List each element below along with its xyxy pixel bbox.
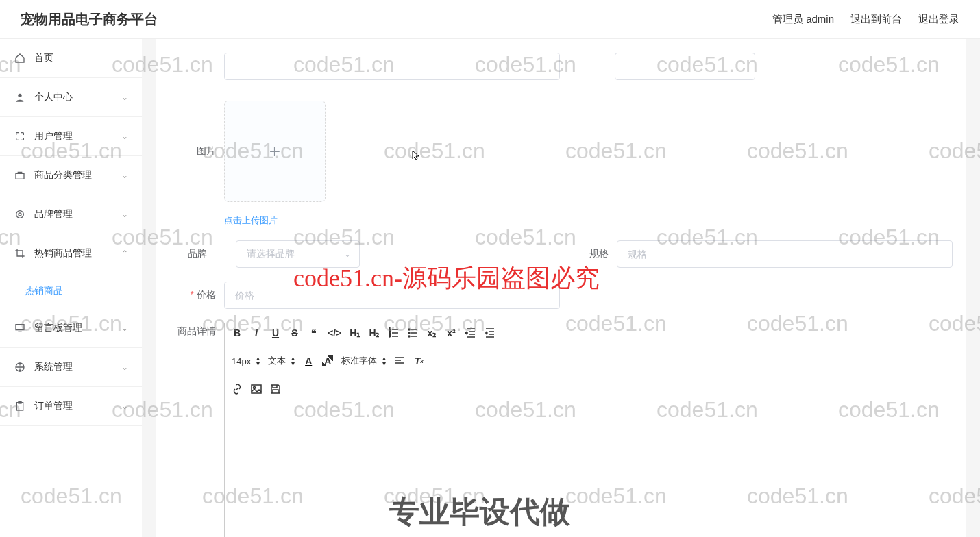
sidebar-item-label: 品牌管理 [34,208,73,221]
text-type-select[interactable]: 文本▴▾ [268,355,295,367]
sidebar: 首页 个人中心 ⌄ 用户管理 ⌄ 商品分类管理 ⌄ 品牌管理 ⌄ 热销商品管理 … [0,39,142,537]
svg-rect-14 [252,385,261,393]
svg-point-11 [408,329,410,330]
superscript-button[interactable]: x² [446,327,457,338]
chevron-down-icon: ⌄ [121,171,128,180]
bold-button[interactable]: B [232,327,243,338]
sidebar-item-label: 首页 [34,52,53,64]
indent-button[interactable] [485,327,495,338]
chevron-up-icon: ⌃ [121,249,128,258]
underline-button[interactable]: U [270,327,281,338]
admin-label[interactable]: 管理员 admin [772,13,834,26]
font-family-select[interactable]: 标准字体▴▾ [341,355,386,367]
svg-point-2 [16,211,24,218]
bg-color-button[interactable]: A [322,355,333,366]
target-icon [14,208,26,221]
chevron-down-icon: ⌄ [121,210,128,219]
chevron-down-icon: ⌄ [344,249,351,259]
detail-label: 商品详情 [169,323,224,338]
ordered-list-button[interactable]: 123 [389,327,400,338]
briefcase-icon [14,169,26,182]
sidebar-item-label: 订单管理 [34,400,73,412]
app-title: 宠物用品电子商务平台 [21,10,158,29]
subscript-button[interactable]: x₂ [427,327,438,338]
svg-point-12 [408,332,410,334]
product-name-input[interactable] [224,53,560,80]
font-size-select[interactable]: 14px▴▾ [232,355,260,366]
spec-label: 规格 [583,248,617,260]
svg-point-0 [18,94,21,97]
price-input[interactable] [224,282,560,309]
clipboard-icon [14,400,26,412]
image-label: 图片 [169,101,224,158]
sidebar-item-label: 个人中心 [34,91,73,103]
sidebar-item-system[interactable]: 系统管理 ⌄ [0,348,142,387]
editor-body[interactable] [225,399,635,537]
sidebar-item-order[interactable]: 订单管理 ⌄ [0,387,142,426]
chevron-down-icon: ⌄ [121,401,128,411]
editor-toolbar: B I U S ❝ </> H₁ H₂ 123 x₂ x² [225,323,635,399]
h1-button[interactable]: H₁ [350,327,360,338]
align-button[interactable] [394,355,405,366]
logout-link[interactable]: 退出登录 [918,13,959,26]
sidebar-item-label: 系统管理 [34,361,73,373]
brand-select[interactable]: 请选择品牌 ⌄ [236,240,360,268]
sidebar-item-hot[interactable]: 热销商品管理 ⌃ [0,234,142,273]
sidebar-item-label: 留言板管理 [34,322,82,334]
sidebar-item-label: 热销商品管理 [34,247,92,260]
plus-icon: + [269,140,280,162]
sidebar-item-label: 商品分类管理 [34,169,92,182]
image-button[interactable] [251,384,262,395]
logout-front-link[interactable]: 退出到前台 [850,13,902,26]
sidebar-sub-hot-product[interactable]: 热销商品 [0,273,142,309]
globe-icon [14,361,26,373]
strikethrough-button[interactable]: S [289,327,300,338]
brand-label: 品牌 [169,248,215,260]
sidebar-item-home[interactable]: 首页 [0,39,142,78]
svg-text:3: 3 [389,334,391,338]
spec-input[interactable] [617,240,953,268]
sidebar-item-brand[interactable]: 品牌管理 ⌄ [0,195,142,234]
chevron-down-icon: ⌄ [121,92,128,102]
chevron-down-icon: ⌄ [121,362,128,372]
price-label: 价格 [169,289,224,301]
header: 宠物用品电子商务平台 管理员 admin 退出到前台 退出登录 [0,0,980,39]
home-icon [14,52,26,64]
person-icon [14,91,26,103]
image-upload-box[interactable]: + [224,101,326,202]
rich-text-editor: B I U S ❝ </> H₁ H₂ 123 x₂ x² [224,323,635,537]
text-color-button[interactable]: A [303,355,314,366]
sidebar-item-category[interactable]: 商品分类管理 ⌄ [0,156,142,195]
svg-point-3 [19,213,21,216]
sidebar-item-label: 用户管理 [34,130,73,142]
outdent-button[interactable] [465,327,476,338]
link-button[interactable] [232,384,243,395]
code-button[interactable]: </> [328,327,341,338]
chevron-down-icon: ⌄ [121,323,128,333]
header-right: 管理员 admin 退出到前台 退出登录 [772,13,959,26]
monitor-icon [14,322,26,334]
sidebar-item-message[interactable]: 留言板管理 ⌄ [0,309,142,348]
unordered-list-button[interactable] [408,327,419,338]
svg-rect-4 [16,325,24,330]
chevron-down-icon: ⌄ [121,132,128,141]
svg-point-13 [408,336,410,337]
brand-placeholder: 请选择品牌 [247,248,295,260]
svg-rect-1 [16,173,24,179]
h2-button[interactable]: H₂ [369,327,380,338]
upload-hint-link[interactable]: 点击上传图片 [224,214,326,227]
quote-button[interactable]: ❝ [308,327,319,338]
sidebar-item-profile[interactable]: 个人中心 ⌄ [0,78,142,117]
crop-icon [14,247,26,260]
frame-icon [14,130,26,142]
italic-button[interactable]: I [251,327,262,338]
main-content: 图片 + 点击上传图片 品牌 请选择品牌 ⌄ 规格 [142,39,980,537]
save-button[interactable] [270,384,281,395]
product-code-input[interactable] [615,53,755,80]
clear-format-button[interactable]: Tx [413,355,424,366]
sidebar-item-users[interactable]: 用户管理 ⌄ [0,117,142,156]
